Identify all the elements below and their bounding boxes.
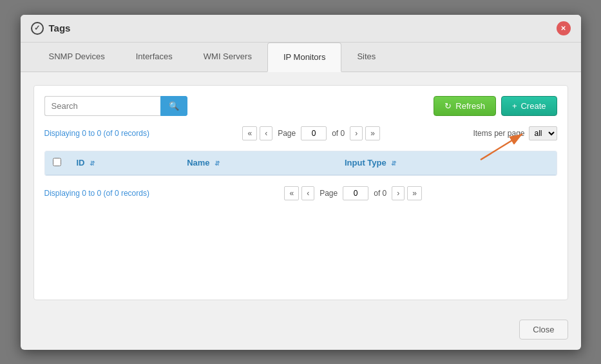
modal-title: ✓ Tags	[31, 22, 71, 35]
page-label-bottom: Page	[320, 189, 338, 198]
search-input[interactable]	[44, 96, 160, 116]
modal-header: ✓ Tags ×	[21, 15, 581, 43]
content-panel: 🔍 ↻ Refresh + Create	[33, 85, 568, 300]
first-page-btn-bottom[interactable]: «	[284, 186, 299, 200]
last-page-btn-bottom[interactable]: »	[407, 186, 422, 200]
sort-icon-id[interactable]: ⇵	[90, 160, 95, 167]
items-per-page: Items per page all 10 25 50	[473, 126, 557, 140]
col-id: ID ⇵	[69, 151, 180, 175]
table-header-row: ID ⇵ Name ⇵ Input Type ⇵	[45, 151, 557, 175]
data-table: ID ⇵ Name ⇵ Input Type ⇵	[45, 151, 557, 175]
select-all-checkbox[interactable]	[53, 158, 61, 166]
col-input-type: Input Type ⇵	[337, 151, 557, 175]
prev-page-btn-top[interactable]: ‹	[260, 126, 272, 140]
modal-body: 🔍 ↻ Refresh + Create	[21, 72, 581, 313]
modal-title-text: Tags	[49, 23, 71, 34]
next-page-btn-top[interactable]: ›	[350, 126, 363, 140]
search-button[interactable]: 🔍	[160, 96, 187, 116]
tab-wmi-servers[interactable]: WMI Servers	[188, 43, 267, 72]
records-info-bottom: Displaying 0 to 0 (of 0 records)	[44, 189, 149, 198]
pagination-top: Displaying 0 to 0 (of 0 records) « ‹ Pag…	[44, 124, 557, 143]
search-icon: 🔍	[169, 101, 179, 111]
tab-sites[interactable]: Sites	[341, 43, 391, 72]
select-all-col	[45, 151, 69, 175]
items-per-page-label: Items per page	[473, 129, 524, 138]
records-info-top: Displaying 0 to 0 (of 0 records)	[44, 129, 149, 138]
toolbar: 🔍 ↻ Refresh + Create	[44, 96, 557, 116]
prev-page-btn-bottom[interactable]: ‹	[301, 186, 314, 200]
close-button[interactable]: Close	[519, 320, 568, 340]
tags-modal: ✓ Tags × SNMP Devices Interfaces WMI Ser…	[21, 15, 581, 350]
tab-ip-monitors[interactable]: IP Monitors	[267, 43, 342, 72]
col-name: Name ⇵	[179, 151, 337, 175]
of-label-bottom: of 0	[374, 189, 386, 198]
modal-close-button[interactable]: ×	[557, 21, 571, 35]
table-wrapper: ID ⇵ Name ⇵ Input Type ⇵	[44, 151, 557, 176]
action-buttons: ↻ Refresh + Create	[434, 96, 557, 116]
page-input-bottom[interactable]	[343, 186, 368, 200]
tab-snmp-devices[interactable]: SNMP Devices	[33, 43, 120, 72]
page-input-top[interactable]	[301, 126, 327, 140]
tab-interfaces[interactable]: Interfaces	[120, 43, 188, 72]
last-page-btn-top[interactable]: »	[365, 126, 380, 140]
sort-icon-name[interactable]: ⇵	[215, 160, 220, 167]
check-icon: ✓	[31, 22, 44, 35]
next-page-btn-bottom[interactable]: ›	[392, 186, 405, 200]
modal-footer: Close	[21, 313, 581, 350]
of-label-top: of 0	[332, 129, 345, 138]
refresh-icon: ↻	[444, 101, 452, 111]
first-page-btn-top[interactable]: «	[242, 126, 257, 140]
sort-icon-input-type[interactable]: ⇵	[391, 160, 396, 167]
plus-icon: +	[512, 101, 517, 111]
tabs-bar: SNMP Devices Interfaces WMI Servers IP M…	[21, 43, 581, 72]
page-label-top: Page	[278, 129, 296, 138]
create-button[interactable]: + Create	[501, 96, 557, 116]
pagination-bottom: Displaying 0 to 0 (of 0 records) « ‹ Pag…	[44, 184, 557, 203]
search-group: 🔍	[44, 96, 187, 116]
refresh-button[interactable]: ↻ Refresh	[434, 96, 496, 116]
items-per-page-select[interactable]: all 10 25 50	[529, 126, 557, 140]
